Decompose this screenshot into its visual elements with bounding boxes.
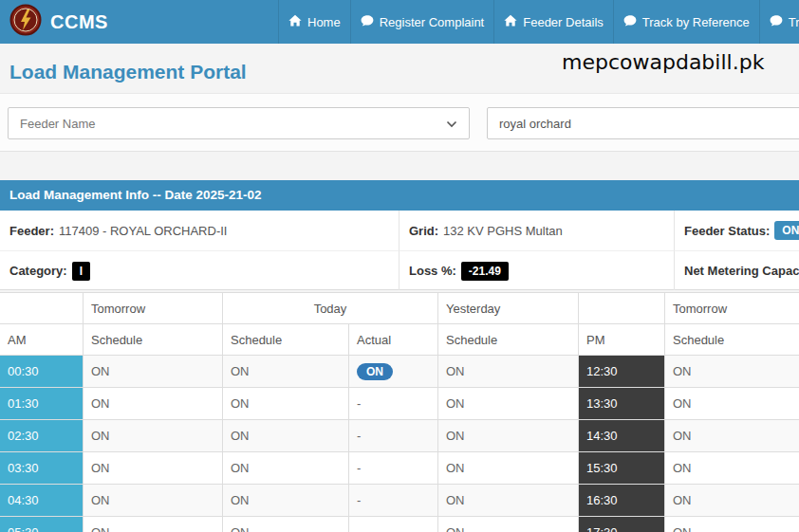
tomorrow-schedule-cell: ON <box>84 517 223 532</box>
am-time-cell: 02:30 <box>0 420 84 452</box>
am-time-cell: 04:30 <box>0 485 84 517</box>
grid-label: Grid: <box>409 224 438 238</box>
nav-item-feeder-details[interactable]: Feeder Details <box>493 0 613 44</box>
col-header-pm: PM <box>579 324 665 356</box>
nav-item-label: Feeder Details <box>523 15 604 29</box>
today-actual-cell: - <box>349 388 438 420</box>
yesterday-schedule-cell: ON <box>438 452 579 485</box>
today-actual-cell: ON <box>349 356 438 388</box>
loss-badge: -21.49 <box>461 262 509 281</box>
grid-info-cell: Grid: 132 KV PGHS Multan <box>399 211 674 250</box>
today-schedule-cell: ON <box>223 388 349 420</box>
col-header-schedule: Schedule <box>223 324 349 356</box>
loss-label: Loss %: <box>409 264 456 278</box>
table-row: 05:30 ON ON ON 17:30 ON <box>0 517 799 532</box>
tomorrow-pm-schedule-cell: ON <box>665 452 799 485</box>
table-row: 03:30 ON ON - ON 15:30 ON <box>0 452 799 485</box>
load-schedule-table: Tomorrow Today Yesterday Tomorrow AM Sch… <box>0 292 799 532</box>
group-header <box>0 293 84 324</box>
today-schedule-cell: ON <box>223 485 349 517</box>
feeder-select-value: Feeder Name <box>20 117 95 131</box>
group-header-today: Today <box>223 293 438 324</box>
yesterday-schedule-cell: ON <box>438 517 579 532</box>
table-row: 02:30 ON ON - ON 14:30 ON <box>0 420 799 452</box>
filter-panel: Feeder Name <box>0 93 799 152</box>
app-screen: CCMS Home Register Complaint Feeder Deta… <box>0 0 799 532</box>
yesterday-schedule-cell: ON <box>438 388 579 420</box>
tomorrow-schedule-cell: ON <box>84 356 223 388</box>
am-time-cell: 05:30 <box>0 517 84 532</box>
table-row: 01:30 ON ON - ON 13:30 ON <box>0 388 799 420</box>
group-header <box>579 293 665 324</box>
col-header-am: AM <box>0 324 84 356</box>
page-title: Load Management Portal <box>9 61 247 83</box>
feeder-name-select[interactable]: Feeder Name <box>8 107 470 139</box>
loss-cell: Loss %: -21.49 <box>399 250 674 290</box>
category-cell: Category: I <box>0 250 399 290</box>
pm-time-cell: 13:30 <box>579 388 665 420</box>
comment-icon <box>770 14 783 30</box>
tomorrow-schedule-cell: ON <box>84 388 223 420</box>
nav-item-label: Trac <box>789 15 799 29</box>
feeder-status-label: Feeder Status: <box>684 224 770 238</box>
home-icon <box>504 14 517 29</box>
feeder-value: 117409 - ROYAL ORCHARD-II <box>59 224 227 238</box>
nav-item-label: Home <box>307 15 341 29</box>
col-header-schedule: Schedule <box>665 324 799 356</box>
nav-item-track-by-reference[interactable]: Track by Reference <box>613 0 759 44</box>
category-badge: I <box>72 262 90 281</box>
feeder-label: Feeder: <box>9 224 54 238</box>
yesterday-schedule-cell: ON <box>438 485 579 517</box>
col-header-schedule: Schedule <box>84 324 223 356</box>
group-header-tomorrow: Tomorrow <box>84 293 223 324</box>
am-time-cell: 00:30 <box>0 356 84 388</box>
brand-link[interactable]: CCMS <box>0 0 108 44</box>
feeder-status-badge: ON <box>774 221 799 240</box>
nav-item-label: Track by Reference <box>642 15 750 29</box>
nav-item-register-complaint[interactable]: Register Complaint <box>350 0 494 44</box>
nav-item-home[interactable]: Home <box>278 0 350 44</box>
net-metering-label: Net Metering Capacity: <box>684 264 799 278</box>
col-header-schedule: Schedule <box>438 324 579 356</box>
tomorrow-schedule-cell: ON <box>84 452 223 485</box>
table-row: 04:30 ON ON - ON 16:30 ON <box>0 485 799 517</box>
am-time-cell: 03:30 <box>0 452 84 485</box>
actual-on-badge: ON <box>357 363 393 380</box>
comment-icon <box>361 14 374 30</box>
col-header-actual: Actual <box>349 324 438 356</box>
feeder-info-grid: Feeder: 117409 - ROYAL ORCHARD-II Grid: … <box>0 211 799 290</box>
feeder-info-cell: Feeder: 117409 - ROYAL ORCHARD-II <box>0 211 399 250</box>
today-schedule-cell: ON <box>223 452 349 485</box>
today-actual-cell <box>349 517 438 532</box>
pm-time-cell: 15:30 <box>579 452 665 485</box>
feeder-status-cell: Feeder Status: ON <box>674 211 799 250</box>
today-schedule-cell: ON <box>223 420 349 452</box>
yesterday-schedule-cell: ON <box>438 420 579 452</box>
tomorrow-pm-schedule-cell: ON <box>665 485 799 517</box>
tomorrow-pm-schedule-cell: ON <box>665 388 799 420</box>
column-header-row: AM Schedule Schedule Actual Schedule PM … <box>0 324 799 356</box>
section-header: Load Management Info -- Date 2025-21-02 <box>0 180 799 211</box>
pm-time-cell: 16:30 <box>579 485 665 517</box>
grid-value: 132 KV PGHS Multan <box>443 224 563 238</box>
nav-item-track-clipped[interactable]: Trac <box>759 0 799 44</box>
pm-time-cell: 12:30 <box>579 356 665 388</box>
today-actual-cell: - <box>349 452 438 485</box>
today-schedule-cell: ON <box>223 356 349 388</box>
today-actual-cell: - <box>349 420 438 452</box>
nav-item-label: Register Complaint <box>380 15 485 29</box>
watermark-text: mepcowapdabill.pk <box>562 50 764 74</box>
tomorrow-pm-schedule-cell: ON <box>665 517 799 532</box>
tomorrow-pm-schedule-cell: ON <box>665 420 799 452</box>
comment-icon <box>623 14 637 30</box>
category-label: Category: <box>9 264 67 278</box>
feeder-search-input[interactable] <box>487 107 799 139</box>
chevron-down-icon <box>446 117 457 131</box>
yesterday-schedule-cell: ON <box>438 356 579 388</box>
tomorrow-pm-schedule-cell: ON <box>665 356 799 388</box>
today-actual-cell: - <box>349 485 438 517</box>
main-nav: Home Register Complaint Feeder Details T… <box>278 0 799 44</box>
pm-time-cell: 14:30 <box>579 420 665 452</box>
top-navbar: CCMS Home Register Complaint Feeder Deta… <box>0 0 799 44</box>
group-header-yesterday: Yesterday <box>438 293 579 324</box>
